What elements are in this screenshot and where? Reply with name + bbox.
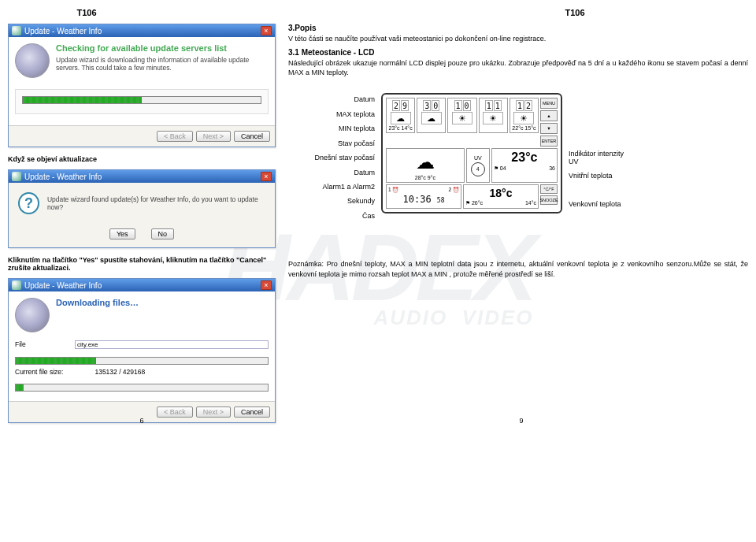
label-sekundy: Sekundy [288,198,375,205]
caption-yes-cancel: Kliknutím na tlačítko "Yes" spustíte sta… [8,256,276,272]
page-number-right: 9 [295,417,748,425]
close-icon[interactable]: × [261,26,272,35]
today-hi: 28°c [415,175,426,180]
forecast-row: 29☁23°c 14°c30☁ 10☀ 11☀ 12☀22°c 15°c [386,98,539,133]
window-title: Update - Weather Info [24,27,102,35]
question-icon: ? [18,192,39,214]
label-dnesni-stav: Dnešní stav počasí [288,154,375,161]
window-title: Update - Weather Info [24,173,102,181]
update-downloading-dialog: Update - Weather Info × Downloading file… [8,278,276,423]
side-buttons-bottom: °C/°FSNOOZE [540,184,558,209]
cancel-button[interactable]: Cancel [234,131,270,142]
left-column: Update - Weather Info × Checking for ava… [8,24,276,431]
caption-update-appears: Když se objeví aktualizace [8,155,276,163]
next-button[interactable]: Next > [196,131,231,142]
outdoor-lo: 14°c [525,200,536,206]
clock-time: 10:36 [403,194,432,205]
close-icon[interactable]: × [261,172,272,181]
forecast-cell: 11☀ [479,98,508,133]
forecast-cell: 10☀ [447,98,476,133]
label-stav-pocasi: Stav počasí [288,140,375,147]
cd-icon [15,43,50,78]
device-button[interactable]: ▼ [540,123,558,134]
file-label: File [15,340,70,349]
alarm2-indicator: 2 ⏰ [449,187,459,193]
header-right: T106 [402,8,748,17]
indoor-temp-cell: 23°c 04 36 [491,148,558,183]
today-weather-icon: ☁ [406,150,445,174]
weather-icon: ☀ [452,112,472,124]
back-button[interactable]: < Back [157,131,193,142]
wizard-heading: Checking for available update servers li… [15,43,269,53]
label-alarms: Alarm1 a Alarm2 [288,184,375,191]
forecast-cell: 12☀22°c 15°c [510,98,539,133]
uv-value: 4 [471,162,485,176]
forecast-cell: 29☁23°c 14°c [386,98,415,133]
device-button[interactable]: SNOOZE [540,195,558,205]
overall-progress-bar [15,384,269,392]
size-value: 135132 / 429168 [94,368,145,376]
label-datum: Datum [288,96,375,103]
weather-icon: ☁ [421,112,442,124]
alarm1-indicator: 1 ⏰ [388,187,398,193]
outdoor-temp: 18°c [465,187,536,199]
section-title-lcd: 3.1 Meteostanice - LCD [288,48,748,57]
app-icon [12,280,21,290]
weather-icon: ☀ [483,112,503,124]
weather-icon: ☁ [391,112,411,124]
lcd-device: 29☁23°c 14°c30☁ 10☀ 11☀ 12☀22°c 15°c MEN… [381,93,562,213]
wizard-text: Update wizard is downloading the informa… [15,56,269,72]
device-button[interactable]: ENTER [540,136,558,147]
body-text-2: Následující obrázek ukazuje normální LCD… [288,58,748,77]
labels-left: Datum MAX teplota MIN teplota Stav počas… [288,93,375,220]
page-numbers: 6 9 [8,417,748,425]
note-text: Poznámka: Pro dnešní teploty, MAX a MIN … [288,259,748,278]
file-progress-bar [15,357,269,365]
weather-icon: ☀ [513,112,534,124]
yes-button[interactable]: Yes [109,228,135,239]
app-icon [12,26,21,35]
indoor-hi: 04 [494,165,506,172]
cd-icon [15,298,50,332]
lcd-diagram: Datum MAX teplota MIN teplota Stav počas… [288,93,748,220]
uv-cell: UV 4 [466,148,490,183]
next-button[interactable]: Next > [196,406,231,418]
forecast-cell: 30☁ [417,98,446,133]
label-cas: Čas [288,213,375,220]
label-max-teplota: MAX teplota [288,111,375,118]
time-cell: 1 ⏰ 2 ⏰ 10:36 58 [386,184,461,209]
update-confirm-dialog: Update - Weather Info × ? Update wizard … [8,169,276,248]
right-column: 3.Popis V této části se naučíte používat… [288,24,748,431]
page-number-left: 6 [8,417,276,425]
uv-label: UV [474,155,482,161]
size-label: Current file size: [15,368,63,376]
close-icon[interactable]: × [261,280,272,290]
back-button[interactable]: < Back [157,406,193,418]
page-header-row: T106 T106 [8,8,748,17]
file-name-field: city.exe [75,340,269,349]
outdoor-temp-cell: 18°c 26°c 14°c [463,184,539,209]
side-buttons-top: MENU▲▼ENTER [540,98,558,147]
indoor-temp: 23°c [494,150,555,165]
label-outdoor: Venkovní teplota [569,201,625,208]
cancel-button[interactable]: Cancel [234,406,270,418]
update-wizard-checking: Update - Weather Info × Checking for ava… [8,24,276,147]
today-weather-cell: ☁ 28°c 9°c [386,148,465,183]
label-uv: Indikátor intenzity UV [569,150,625,165]
label-indoor: Vnitřní teplota [569,173,625,180]
confirm-text: Update wizard found update(s) for Weathe… [47,195,265,211]
progress-bar [22,96,261,104]
label-min-teplota: MIN teplota [288,125,375,132]
header-left: T106 [8,8,165,17]
wizard-heading: Downloading files… [15,298,269,307]
body-text-1: V této části se naučíte používat vaši me… [288,34,748,43]
device-button[interactable]: °C/°F [540,184,558,194]
no-button[interactable]: No [151,228,175,239]
device-button[interactable]: MENU [540,98,558,109]
app-icon [12,172,21,181]
device-button[interactable]: ▲ [540,110,558,121]
window-title: Update - Weather Info [24,281,102,290]
outdoor-hi: 26°c [465,200,483,206]
labels-right: Indikátor intenzity UV Vnitřní teplota V… [569,93,625,208]
today-lo: 9°c [428,175,435,180]
